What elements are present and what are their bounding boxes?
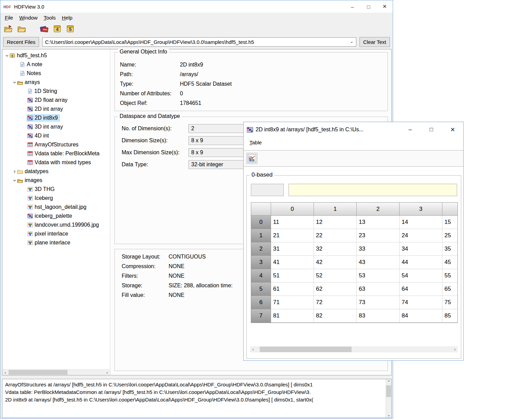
row-header-0[interactable]: 0 <box>251 216 271 229</box>
tree-item-body[interactable]: Notes <box>19 70 43 77</box>
minimize-button[interactable]: – <box>344 0 360 13</box>
hdf4-library-button[interactable]: 4 <box>52 24 62 34</box>
cell-1-2[interactable]: 23 <box>357 229 400 242</box>
tree-item-body[interactable]: landcover.umd.199906.jpg <box>27 221 101 228</box>
cell-2-4[interactable]: 35 <box>442 242 458 256</box>
scroll-left-icon[interactable]: ‹ <box>2 370 8 375</box>
menu-tools[interactable]: Tools <box>41 14 59 22</box>
recent-files-button[interactable]: Recent Files <box>3 37 39 47</box>
cell-6-4[interactable]: 75 <box>442 296 458 309</box>
tree-item-notes[interactable]: Notes <box>2 69 110 78</box>
tree-item-iceberg-palette[interactable]: iceberg_palette <box>2 212 110 220</box>
tree-item-body[interactable]: Iceberg <box>27 195 54 202</box>
scroll-right-icon[interactable]: › <box>452 346 458 352</box>
column-header-0[interactable]: 0 <box>271 203 314 216</box>
row-header-2[interactable]: 2 <box>251 242 271 256</box>
tree-item-3d-int-array[interactable]: 3D int array <box>2 122 110 131</box>
tree-item-body[interactable]: hst_lagoon_detail.jpg <box>27 204 88 211</box>
table-hscroll-thumb[interactable] <box>260 347 352 352</box>
tree-item-2d-int8x9[interactable]: 2D int8x9 <box>2 113 110 122</box>
cell-5-0[interactable]: 61 <box>271 283 314 296</box>
cell-1-4[interactable]: 25 <box>442 229 458 242</box>
maximize-button[interactable]: □ <box>421 122 442 137</box>
tree-item-pixel-interlace[interactable]: pixel interlace <box>2 229 110 238</box>
cell-4-4[interactable]: 55 <box>442 269 458 283</box>
help-button[interactable] <box>39 24 49 34</box>
cell-2-0[interactable]: 31 <box>271 242 314 256</box>
tree-item-arrays[interactable]: arrays <box>2 78 110 87</box>
cell-0-1[interactable]: 12 <box>314 216 357 229</box>
cell-7-3[interactable]: 84 <box>400 309 442 323</box>
cell-3-3[interactable]: 44 <box>400 256 442 269</box>
cell-4-1[interactable]: 52 <box>314 269 357 283</box>
column-header-4[interactable]: 4 <box>442 203 458 216</box>
cell-2-3[interactable]: 34 <box>400 242 442 256</box>
tree-item-datatypes[interactable]: datatypes <box>2 167 110 176</box>
cell-1-0[interactable]: 21 <box>271 229 314 242</box>
tree-item-plane-interlace[interactable]: plane interlace <box>2 238 110 247</box>
cell-5-2[interactable]: 63 <box>357 283 400 296</box>
cell-0-3[interactable]: 14 <box>400 216 442 229</box>
scroll-down-icon[interactable]: ⌄ <box>386 412 392 418</box>
cell-3-1[interactable]: 42 <box>314 256 357 269</box>
line-plot-button[interactable] <box>246 153 257 164</box>
cell-4-3[interactable]: 54 <box>400 269 442 283</box>
tree-item-body[interactable]: pixel interlace <box>27 230 70 237</box>
tree-item-iceberg[interactable]: Iceberg <box>2 194 110 203</box>
cell-3-2[interactable]: 43 <box>357 256 400 269</box>
file-path-combo[interactable]: C:\Users\lori.cooper\AppData\Local\Apps\… <box>42 37 356 47</box>
cell-5-3[interactable]: 64 <box>400 283 442 296</box>
chevron-down-icon[interactable] <box>13 179 16 182</box>
cell-5-4[interactable]: 65 <box>442 283 458 296</box>
table-corner-cell[interactable] <box>251 203 271 216</box>
maximize-button[interactable]: □ <box>360 0 377 13</box>
tree-item-body[interactable]: arrays <box>16 79 41 86</box>
tree-item-body[interactable]: 1D String <box>27 88 59 95</box>
tree-item-vdata-with-mixed-types[interactable]: Vdata with mixed types <box>2 158 110 167</box>
tree-item-body[interactable]: A note <box>19 61 44 68</box>
tree-item-vdata-table-perblockmeta[interactable]: Vdata table: PerBlockMeta <box>2 149 110 158</box>
tree-item-body[interactable]: iceberg_palette <box>27 213 74 219</box>
menu-help[interactable]: Help <box>59 14 76 22</box>
menu-table[interactable]: Table <box>246 139 265 146</box>
tree-item-body[interactable]: ArrayOfStructures <box>27 141 80 148</box>
tree-item-hst-lagoon-detail-jpg[interactable]: hst_lagoon_detail.jpg <box>2 203 110 212</box>
cell-4-2[interactable]: 53 <box>357 269 400 283</box>
row-header-6[interactable]: 6 <box>251 296 271 309</box>
tree-item-2d-float-array[interactable]: 2D float array <box>2 96 110 105</box>
open-file-button[interactable] <box>3 24 14 34</box>
cell-0-0[interactable]: 11 <box>271 216 314 229</box>
cell-1-1[interactable]: 22 <box>314 229 357 242</box>
row-header-3[interactable]: 3 <box>251 256 271 269</box>
cell-4-0[interactable]: 51 <box>271 269 314 283</box>
cell-2-1[interactable]: 32 <box>314 242 357 256</box>
chevron-right-icon[interactable] <box>13 170 16 173</box>
tree-hscroll-thumb[interactable] <box>9 370 68 375</box>
cell-0-4[interactable]: 15 <box>442 216 458 229</box>
cell-7-1[interactable]: 82 <box>314 309 357 323</box>
tree-hscrollbar[interactable]: ‹ › <box>2 369 110 375</box>
tree-item-body[interactable]: images <box>16 177 44 184</box>
cell-2-2[interactable]: 33 <box>357 242 400 256</box>
row-header-7[interactable]: 7 <box>251 309 271 323</box>
column-header-3[interactable]: 3 <box>400 203 442 216</box>
scroll-right-icon[interactable]: › <box>104 370 110 375</box>
tree-item-a-note[interactable]: A note <box>2 60 110 69</box>
tree-item-images[interactable]: images <box>2 176 110 185</box>
column-header-2[interactable]: 2 <box>357 203 400 216</box>
cell-1-3[interactable]: 24 <box>400 229 442 242</box>
cell-5-1[interactable]: 62 <box>314 283 357 296</box>
tree-item-1d-string[interactable]: 1D String <box>2 87 110 96</box>
minimize-button[interactable]: – <box>400 122 421 137</box>
tree-item-body[interactable]: plane interlace <box>27 239 72 246</box>
close-button[interactable]: ✕ <box>442 122 463 137</box>
row-header-5[interactable]: 5 <box>251 283 271 296</box>
tree-item-body[interactable]: 2D int array <box>27 106 65 112</box>
menu-window[interactable]: Window <box>16 14 40 22</box>
cell-7-2[interactable]: 83 <box>357 309 400 323</box>
cell-value-input[interactable] <box>289 184 457 196</box>
tree-item-body[interactable]: datatypes <box>16 168 50 175</box>
log-vscroll-thumb[interactable] <box>386 385 391 397</box>
chevron-down-icon[interactable] <box>5 54 9 58</box>
tree-item-3d-thg[interactable]: 3D THG <box>2 185 110 194</box>
